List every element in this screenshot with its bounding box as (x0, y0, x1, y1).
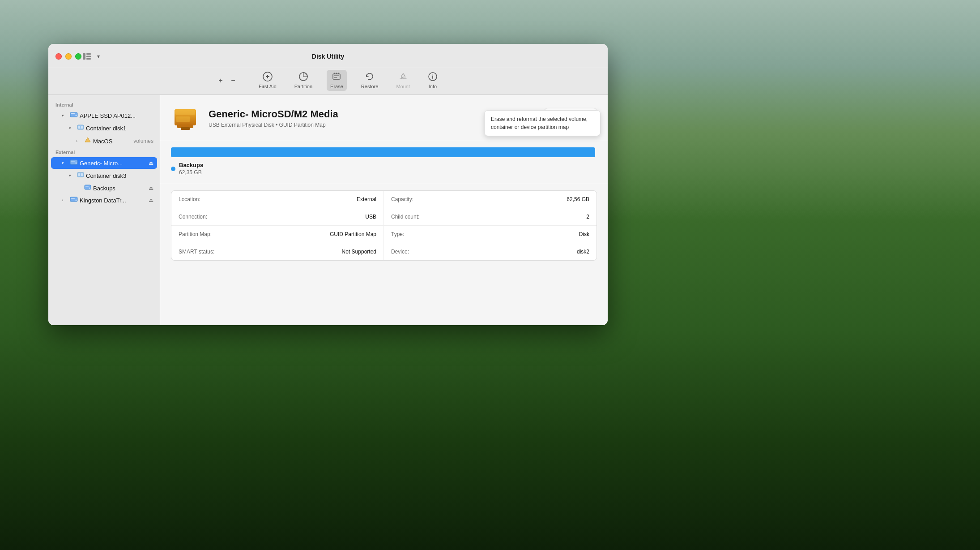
expand-arrow: › (76, 139, 82, 143)
restore-button[interactable]: Restore (358, 70, 382, 91)
sidebar-item-backups[interactable]: › Backups ⏏ (51, 182, 157, 194)
backups-eject-icon: ⏏ (149, 185, 153, 191)
kingston-disk-icon (70, 196, 78, 204)
connection-key: Connection: (179, 214, 207, 220)
traffic-lights (55, 53, 81, 60)
partition-map-value: GUID Partition Map (330, 231, 376, 237)
window-title: Disk Utility (312, 53, 344, 60)
mount-icon (398, 72, 408, 83)
erase-tooltip: Erase and reformat the selected volume, … (484, 110, 601, 136)
view-chevron-button[interactable]: ▾ (95, 52, 102, 61)
legend-size: 62,35 GB (179, 169, 203, 176)
erase-label: Erase (330, 84, 343, 89)
container-disk3-label: Container disk3 (86, 172, 153, 179)
svg-rect-29 (175, 110, 195, 115)
child-count-key: Child count: (391, 214, 419, 220)
first-aid-button[interactable]: First Aid (255, 70, 280, 91)
info-cell-type: Type: Disk (384, 226, 597, 243)
info-label: Info (429, 84, 437, 89)
connection-value: USB (365, 214, 376, 220)
erase-button[interactable]: Erase (327, 70, 347, 91)
expand-arrow: ▾ (62, 161, 68, 165)
device-value: disk2 (577, 249, 589, 255)
capacity-key: Capacity: (391, 196, 413, 202)
erase-icon (332, 72, 341, 83)
sidebar-item-apple-ssd[interactable]: ▾ APPLE SSD AP012... (51, 110, 157, 121)
svg-rect-24 (70, 197, 77, 202)
info-cell-capacity: Capacity: 62,56 GB (384, 191, 597, 208)
usage-bar (171, 147, 595, 157)
macos-label: MacOS (93, 138, 130, 145)
external-section-label: External (48, 148, 160, 157)
sidebar-item-kingston[interactable]: › Kingston DataTr... ⏏ (51, 194, 157, 206)
maximize-button[interactable] (75, 53, 81, 60)
restore-label: Restore (361, 84, 379, 89)
location-value: External (357, 196, 376, 202)
svg-rect-19 (78, 173, 80, 176)
device-key: Device: (391, 249, 409, 255)
internal-section-label: Internal (48, 100, 160, 109)
add-remove-group: + − (215, 76, 239, 86)
svg-rect-20 (81, 173, 83, 176)
disk-image (171, 104, 200, 133)
svg-rect-31 (181, 127, 190, 130)
sidebar-item-generic-micro[interactable]: ▾ Generic- Micro... ⏏ (51, 157, 157, 169)
expand-arrow: ▾ (62, 113, 68, 118)
svg-rect-15 (70, 160, 77, 164)
svg-rect-2 (86, 56, 91, 57)
location-key: Location: (179, 196, 200, 202)
first-aid-icon (263, 72, 273, 83)
sidebar-toggle-button[interactable] (81, 52, 93, 61)
sidebar-item-container-disk3[interactable]: ▾ Container disk3 (51, 169, 157, 182)
info-cell-device: Device: disk2 (384, 243, 597, 260)
type-key: Type: (391, 231, 404, 237)
smart-value: Not Supported (342, 249, 376, 255)
capacity-value: 62,56 GB (567, 196, 589, 202)
svg-rect-22 (85, 186, 89, 187)
info-icon (428, 72, 438, 83)
sidebar: Internal ▾ APPLE SSD AP012... ▾ (48, 95, 160, 325)
expand-arrow: › (62, 198, 68, 202)
partition-button[interactable]: Partition (291, 70, 316, 91)
kingston-eject-icon: ⏏ (149, 197, 153, 203)
add-volume-button[interactable]: + (215, 76, 226, 86)
volume-icon (84, 137, 91, 146)
svg-rect-25 (71, 198, 75, 199)
sidebar-item-macos[interactable]: › MacOS volumes (51, 135, 157, 147)
type-value: Disk (579, 231, 589, 237)
info-cell-child-count: Child count: 2 (384, 208, 597, 226)
partition-label: Partition (294, 84, 312, 89)
svg-rect-1 (86, 53, 91, 55)
disk-utility-window: ▾ Disk Utility + − First Aid (48, 44, 608, 325)
mount-label: Mount (396, 84, 410, 89)
svg-point-8 (432, 75, 433, 76)
sidebar-item-container-disk1[interactable]: ▾ Container disk1 (51, 122, 157, 134)
legend-dot (171, 167, 175, 171)
legend-label: Backups (179, 162, 203, 168)
restore-icon (365, 72, 375, 83)
partition-map-key: Partition Map: (179, 231, 212, 237)
svg-point-23 (89, 188, 90, 189)
info-button[interactable]: Info (424, 70, 441, 91)
remove-volume-button[interactable]: − (227, 76, 239, 86)
container-icon (77, 124, 84, 133)
usage-section: Backups 62,35 GB (160, 140, 608, 183)
svg-point-17 (76, 163, 77, 164)
disk-icon (70, 159, 78, 167)
minimize-button[interactable] (65, 53, 72, 60)
info-cell-connection: Connection: USB (171, 208, 384, 226)
mount-button[interactable]: Mount (392, 70, 413, 91)
svg-rect-6 (333, 74, 340, 79)
info-cell-location: Location: External (171, 191, 384, 208)
svg-point-11 (76, 115, 77, 116)
backup-disk-icon (84, 184, 91, 192)
usage-legend: Backups 62,35 GB (171, 162, 597, 176)
svg-rect-13 (78, 126, 80, 129)
svg-rect-14 (81, 126, 83, 129)
close-button[interactable] (55, 53, 62, 60)
toolbar: + − First Aid Partition (48, 67, 608, 95)
svg-rect-3 (86, 58, 91, 60)
child-count-value: 2 (586, 214, 589, 220)
expand-arrow: ▾ (69, 126, 75, 130)
svg-rect-0 (83, 53, 85, 60)
